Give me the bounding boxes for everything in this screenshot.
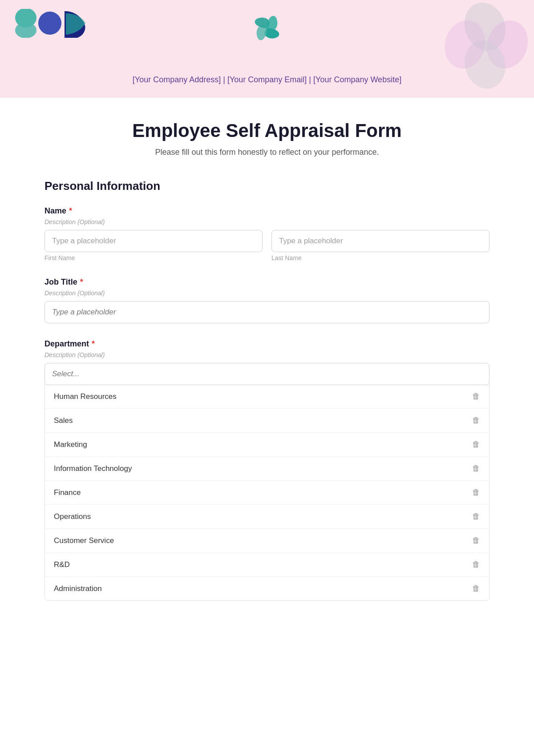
form-title: Employee Self Appraisal Form: [44, 120, 490, 141]
department-option-customer-service-delete[interactable]: 🗑: [472, 536, 480, 545]
department-option-customer-service-label: Customer Service: [54, 536, 114, 545]
name-field-label: Name *: [44, 206, 490, 216]
department-field-label: Department *: [44, 339, 490, 349]
department-option-customer-service[interactable]: Customer Service 🗑: [45, 529, 489, 553]
department-option-sales-delete[interactable]: 🗑: [472, 416, 480, 425]
department-field-description: Description (Optional): [44, 351, 490, 358]
department-option-administration[interactable]: Administration 🗑: [45, 577, 489, 600]
department-option-rd-label: R&D: [54, 560, 70, 569]
department-option-finance-label: Finance: [54, 488, 81, 497]
name-field-description: Description (Optional): [44, 218, 490, 225]
department-option-administration-label: Administration: [54, 584, 102, 593]
department-option-marketing[interactable]: Marketing 🗑: [45, 433, 489, 457]
department-option-hr[interactable]: Human Resources 🗑: [45, 385, 489, 409]
department-option-hr-label: Human Resources: [54, 392, 117, 401]
last-name-wrapper: Last Name: [271, 230, 490, 261]
department-option-rd[interactable]: R&D 🗑: [45, 553, 489, 577]
field-group-name: Name * Description (Optional) First Name…: [44, 206, 490, 261]
job-title-input[interactable]: [44, 301, 490, 323]
logo-shapes: [13, 9, 89, 38]
department-option-finance[interactable]: Finance 🗑: [45, 481, 489, 505]
job-title-field-description: Description (Optional): [44, 290, 490, 297]
department-required-indicator: *: [92, 339, 95, 349]
department-option-rd-delete[interactable]: 🗑: [472, 560, 480, 569]
first-name-sublabel: First Name: [44, 254, 263, 261]
department-option-it[interactable]: Information Technology 🗑: [45, 457, 489, 481]
svg-point-2: [38, 12, 61, 35]
department-option-it-delete[interactable]: 🗑: [472, 464, 480, 473]
department-option-administration-delete[interactable]: 🗑: [472, 584, 480, 593]
department-option-marketing-label: Marketing: [54, 440, 87, 449]
department-label-text: Department: [44, 339, 89, 349]
section-heading-personal: Personal Information: [44, 179, 490, 193]
department-select-input[interactable]: [44, 363, 490, 385]
department-option-sales[interactable]: Sales 🗑: [45, 409, 489, 433]
company-logo-left: [13, 9, 89, 38]
main-content: Employee Self Appraisal Form Please fill…: [0, 98, 534, 639]
field-group-department: Department * Description (Optional) Huma…: [44, 339, 490, 601]
first-name-wrapper: First Name: [44, 230, 263, 261]
name-fields-row: First Name Last Name: [44, 230, 490, 261]
job-title-label-text: Job Title: [44, 277, 77, 287]
department-option-marketing-delete[interactable]: 🗑: [472, 440, 480, 449]
name-label-text: Name: [44, 206, 66, 216]
department-option-finance-delete[interactable]: 🗑: [472, 488, 480, 497]
form-subtitle: Please fill out this form honestly to re…: [44, 148, 490, 157]
company-info-text: [Your Company Address] | [Your Company E…: [133, 75, 401, 84]
header-decoration: [436, 0, 534, 89]
center-logo: [247, 8, 287, 50]
department-dropdown-options: Human Resources 🗑 Sales 🗑 Marketing 🗑 In…: [44, 384, 490, 601]
last-name-sublabel: Last Name: [271, 254, 490, 261]
department-option-operations-delete[interactable]: 🗑: [472, 512, 480, 521]
department-option-operations[interactable]: Operations 🗑: [45, 505, 489, 529]
field-group-job-title: Job Title * Description (Optional): [44, 277, 490, 323]
department-option-hr-delete[interactable]: 🗑: [472, 392, 480, 401]
job-title-required-indicator: *: [80, 277, 83, 287]
page-header: [Your Company Address] | [Your Company E…: [0, 0, 534, 98]
department-option-operations-label: Operations: [54, 512, 91, 521]
job-title-field-label: Job Title *: [44, 277, 490, 287]
floral-decoration: [436, 0, 534, 89]
first-name-input[interactable]: [44, 230, 263, 252]
svg-point-1: [15, 22, 36, 38]
department-option-it-label: Information Technology: [54, 464, 132, 473]
department-option-sales-label: Sales: [54, 416, 73, 425]
name-required-indicator: *: [69, 206, 72, 216]
last-name-input[interactable]: [271, 230, 490, 252]
pinwheel-icon: [247, 8, 287, 48]
